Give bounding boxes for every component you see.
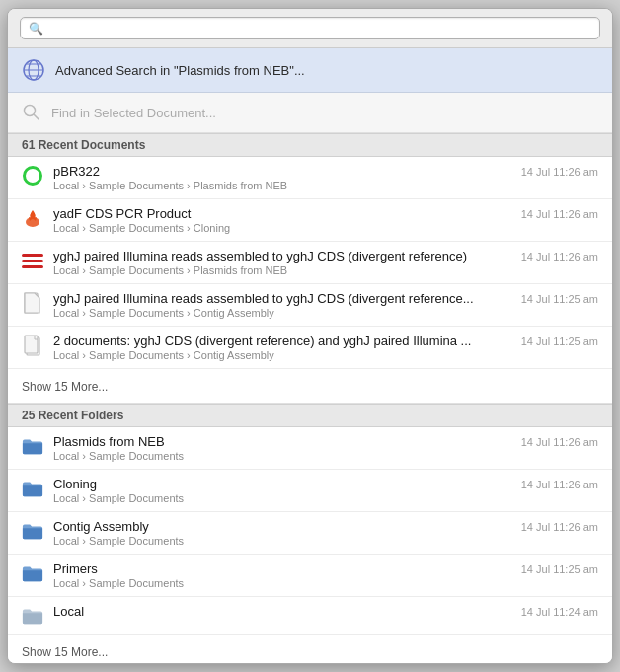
list-item[interactable]: Local 14 Jul 11:24 am: [8, 597, 612, 635]
show-more-folders[interactable]: Show 15 More...: [8, 635, 612, 664]
list-item[interactable]: Primers Local › Sample Documents 14 Jul …: [8, 555, 612, 597]
list-item[interactable]: yghJ paired Illumina reads assembled to …: [8, 284, 612, 327]
show-more-documents[interactable]: Show 15 More...: [8, 369, 612, 404]
svg-rect-10: [22, 265, 43, 268]
item-date: 14 Jul 11:26 am: [521, 166, 598, 178]
item-path: Local › Sample Documents › Cloning: [53, 222, 511, 234]
item-title: yadF CDS PCR Product: [53, 206, 511, 221]
list-item[interactable]: 2 documents: yghJ CDS (divergent referen…: [8, 327, 612, 369]
circle-dna-icon: [22, 165, 43, 187]
list-item[interactable]: pBR322 Local › Sample Documents › Plasmi…: [8, 157, 612, 199]
find-in-doc-label: Find in Selected Document...: [51, 106, 216, 120]
item-date: 14 Jul 11:25 am: [521, 336, 598, 347]
item-content: yghJ paired Illumina reads assembled to …: [53, 291, 511, 319]
item-path: Local › Sample Documents › Contig Assemb…: [53, 349, 511, 361]
item-title: yghJ paired Illumina reads assembled to …: [53, 291, 511, 306]
dna-lines-icon: [22, 250, 43, 271]
item-content: Plasmids from NEB Local › Sample Documen…: [53, 434, 511, 462]
svg-point-5: [25, 106, 36, 116]
item-date: 14 Jul 11:26 am: [521, 521, 598, 533]
search-input-wrapper[interactable]: 🔍: [20, 17, 600, 39]
svg-line-6: [35, 115, 39, 120]
recent-documents-header: 61 Recent Documents: [8, 133, 612, 157]
show-more-folders-label: Show 15 More...: [22, 645, 108, 659]
advanced-search-icon: [22, 58, 45, 82]
item-content: 2 documents: yghJ CDS (divergent referen…: [53, 334, 511, 361]
advanced-search-label: Advanced Search in "Plasmids from NEB"..…: [55, 63, 305, 78]
folder-icon: [22, 520, 43, 542]
advanced-search-row[interactable]: Advanced Search in "Plasmids from NEB"..…: [8, 48, 612, 93]
pcr-icon: [22, 207, 43, 229]
svg-rect-8: [22, 254, 43, 257]
document-icon: [22, 292, 43, 314]
list-item[interactable]: yadF CDS PCR Product Local › Sample Docu…: [8, 199, 612, 242]
item-title: 2 documents: yghJ CDS (divergent referen…: [53, 334, 511, 348]
list-item[interactable]: Cloning Local › Sample Documents 14 Jul …: [8, 470, 612, 512]
svg-rect-13: [25, 336, 38, 353]
item-content: pBR322 Local › Sample Documents › Plasmi…: [53, 164, 511, 191]
item-title: Local: [53, 604, 511, 619]
show-more-documents-label: Show 15 More...: [22, 380, 108, 394]
list-item[interactable]: yghJ paired Illumina reads assembled to …: [8, 242, 612, 284]
item-content: Contig Assembly Local › Sample Documents: [53, 519, 511, 547]
search-window: 🔍 Advanced Search in "Plasmids from NEB"…: [7, 8, 613, 664]
item-date: 14 Jul 11:25 am: [521, 563, 598, 575]
search-icon: 🔍: [29, 22, 43, 36]
list-item[interactable]: Plasmids from NEB Local › Sample Documen…: [8, 427, 612, 470]
folder-icon: [22, 562, 43, 584]
svg-rect-9: [22, 260, 43, 262]
folder-open-icon: [22, 605, 43, 627]
item-title: Primers: [53, 561, 511, 576]
find-in-doc-row[interactable]: Find in Selected Document...: [8, 93, 612, 133]
item-path: Local › Sample Documents › Contig Assemb…: [53, 307, 511, 319]
item-date: 14 Jul 11:26 am: [521, 436, 598, 448]
item-path: Local › Sample Documents › Plasmids from…: [53, 264, 511, 276]
item-path: Local › Sample Documents: [53, 535, 511, 547]
item-title: pBR322: [53, 164, 511, 179]
item-content: yghJ paired Illumina reads assembled to …: [53, 249, 511, 276]
item-date: 14 Jul 11:25 am: [521, 293, 598, 305]
item-path: Local › Sample Documents: [53, 577, 511, 589]
item-path: Local › Sample Documents: [53, 450, 511, 462]
item-date: 14 Jul 11:26 am: [521, 251, 598, 262]
item-title: Contig Assembly: [53, 519, 511, 534]
find-in-doc-icon: [22, 103, 41, 122]
item-date: 14 Jul 11:26 am: [521, 208, 598, 220]
folder-icon: [22, 435, 43, 457]
search-bar: 🔍: [8, 9, 612, 48]
search-input[interactable]: [48, 21, 591, 36]
item-content: Primers Local › Sample Documents: [53, 561, 511, 589]
document-icon: [22, 335, 43, 356]
list-item[interactable]: Contig Assembly Local › Sample Documents…: [8, 512, 612, 555]
recent-folders-header: 25 Recent Folders: [8, 404, 612, 427]
item-path: Local › Sample Documents › Plasmids from…: [53, 180, 511, 191]
item-date: 14 Jul 11:24 am: [521, 606, 598, 618]
item-date: 14 Jul 11:26 am: [521, 479, 598, 490]
item-content: Cloning Local › Sample Documents: [53, 477, 511, 504]
item-content: Local: [53, 604, 511, 620]
item-title: Plasmids from NEB: [53, 434, 511, 449]
item-path: Local › Sample Documents: [53, 492, 511, 504]
item-content: yadF CDS PCR Product Local › Sample Docu…: [53, 206, 511, 234]
folder-icon: [22, 478, 43, 499]
item-title: Cloning: [53, 477, 511, 491]
item-title: yghJ paired Illumina reads assembled to …: [53, 249, 511, 263]
